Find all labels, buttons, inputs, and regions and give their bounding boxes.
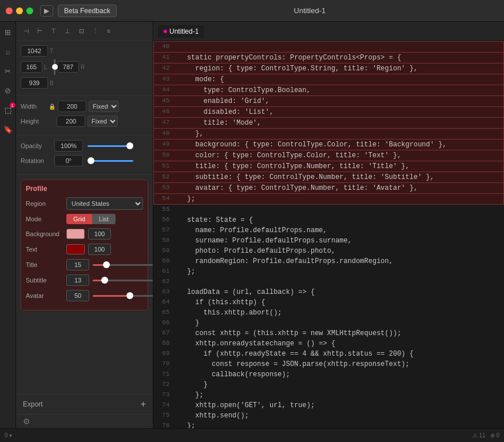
line-number: 55	[154, 205, 174, 216]
title-row: Title	[26, 259, 143, 270]
line-code: };	[174, 194, 504, 205]
y-row: 165 L 787 R	[21, 59, 148, 75]
tab-untitled1[interactable]: Untitled-1	[158, 25, 204, 38]
line-code: xhttp.onreadystatechange = () => {	[174, 339, 504, 349]
title-row-label: Title	[26, 261, 63, 268]
subtitle-slider[interactable]	[93, 280, 153, 281]
search-icon[interactable]: ⌕	[2, 46, 14, 57]
align-center-h-icon[interactable]: ⊢	[34, 25, 46, 37]
status-right: ⚠ 11 ⊗ 0	[473, 432, 499, 439]
main-layout: ⊞ ⌕ ✂ ⊘ ⬚ 1 🔖 ⊣ ⊢ ⊤ ⊥ ⊡ ⋮ ≡ 1042 T	[0, 22, 504, 428]
tab-modified-dot	[164, 30, 167, 33]
y-input[interactable]: 165	[21, 61, 42, 73]
list-mode-button[interactable]: List	[92, 214, 116, 224]
error-count: ⊗ 0	[490, 432, 499, 439]
background-color-swatch[interactable]	[66, 229, 85, 239]
y2-input[interactable]: 787	[57, 61, 79, 73]
export-add-button[interactable]: +	[141, 399, 146, 409]
line-code: region: { type: ControlType.String, titl…	[174, 63, 504, 74]
text-color-swatch[interactable]	[66, 244, 85, 254]
line-code	[174, 42, 504, 53]
minimize-button[interactable]	[16, 7, 23, 14]
y2-unit: R	[81, 64, 89, 70]
align-left-icon[interactable]: ⊣	[21, 25, 32, 37]
line-code: randomRegion: Profile.defaultProps.rando…	[174, 256, 504, 266]
align-right-icon[interactable]: ⊡	[76, 25, 87, 37]
region-select[interactable]: United States United Kingdom Canada	[66, 197, 143, 210]
line-number: 69	[154, 349, 174, 359]
settings-icon[interactable]: ⚙	[23, 417, 30, 426]
line-number: 44	[154, 85, 174, 96]
frame-icon[interactable]: ⬚ 1	[2, 104, 14, 116]
subtitle-row: Subtitle	[26, 274, 143, 286]
avatar-value-input[interactable]	[66, 290, 89, 301]
line-code: this.xhttp.abort();	[174, 308, 504, 318]
maximize-button[interactable]	[26, 7, 33, 14]
line-number: 71	[154, 369, 174, 380]
grid-mode-button[interactable]: Grid	[66, 214, 92, 224]
bookmark-icon[interactable]: 🔖	[2, 124, 14, 135]
position-section: 1042 T 165 L 787 R 939 B	[16, 41, 153, 96]
title-value-input[interactable]	[66, 259, 89, 270]
scissors-icon[interactable]: ✂	[2, 65, 14, 77]
x-input[interactable]: 1042	[21, 45, 48, 57]
close-button[interactable]	[6, 7, 13, 14]
align-center-v-icon[interactable]: ⊥	[62, 25, 73, 37]
distribute-v-icon[interactable]: ≡	[103, 25, 114, 37]
height-input[interactable]	[57, 116, 85, 127]
line-number: 72	[154, 380, 174, 390]
line-code: title: 'Mode',	[174, 118, 504, 129]
line-number: 52	[154, 172, 174, 183]
line-code: xhttp.send();	[174, 411, 504, 421]
height-mode-select[interactable]: Fixed Fill Auto	[88, 116, 118, 127]
line-number: 50	[154, 150, 174, 161]
rotation-input[interactable]	[54, 155, 83, 166]
b-input[interactable]: 939	[21, 77, 48, 89]
layers-icon[interactable]: ⊞	[2, 26, 14, 38]
line-number: 47	[154, 118, 174, 129]
play-button[interactable]: ▶	[40, 5, 53, 17]
active-badge: 1	[10, 102, 15, 108]
y-slider-thumb	[52, 64, 58, 70]
tab-bar: Untitled-1	[153, 22, 504, 41]
distribute-h-icon[interactable]: ⋮	[89, 25, 101, 37]
background-value-input[interactable]	[88, 228, 111, 240]
opacity-section: Opacity Rotation	[16, 136, 153, 175]
width-input[interactable]	[58, 101, 86, 112]
b-row: 939 B	[21, 77, 148, 89]
line-code: title: { type: ControlType.Number, title…	[174, 161, 504, 172]
line-number: 68	[154, 339, 174, 349]
line-code: state: State = {	[174, 215, 504, 225]
rotation-slider[interactable]	[88, 160, 133, 162]
title-slider[interactable]	[93, 264, 153, 266]
warning-count: ⚠ 11	[473, 432, 486, 439]
avatar-slider[interactable]	[93, 295, 153, 297]
export-section: Export +	[16, 394, 153, 414]
mode-label: Mode	[26, 216, 63, 222]
width-mode-select[interactable]: Fixed Fill Auto	[89, 101, 119, 112]
line-number: 43	[154, 74, 174, 85]
line-number: 75	[154, 411, 174, 421]
subtitle-value-input[interactable]	[66, 274, 89, 286]
rotation-row: Rotation	[21, 155, 148, 166]
status-version[interactable]: 0 ▾	[5, 432, 12, 439]
lock-icon: 🔒	[49, 103, 55, 110]
text-value-input[interactable]	[88, 244, 111, 255]
line-code: type: ControlType.Boolean,	[174, 85, 504, 96]
beta-feedback-button[interactable]: Beta Feedback	[58, 5, 117, 17]
line-code: }	[174, 318, 504, 328]
block-icon[interactable]: ⊘	[2, 85, 14, 96]
opacity-input[interactable]	[54, 140, 83, 152]
line-number: 56	[154, 215, 174, 225]
line-number: 58	[154, 236, 174, 246]
line-code: if (xhttp.readyState == 4 && xhttp.statu…	[174, 349, 504, 359]
line-number: 59	[154, 246, 174, 256]
opacity-slider[interactable]	[88, 145, 133, 147]
line-number: 62	[154, 277, 174, 287]
status-left: 0 ▾	[5, 432, 12, 439]
line-code: avatar: { type: ControlType.Number, titl…	[174, 183, 504, 194]
text-row: Text	[26, 244, 143, 255]
align-top-icon[interactable]: ⊤	[48, 25, 59, 37]
line-code: name: Profile.defaultProps.name,	[174, 225, 504, 236]
code-editor[interactable]: 40 41 static propertyControls: PropertyC…	[153, 41, 504, 428]
